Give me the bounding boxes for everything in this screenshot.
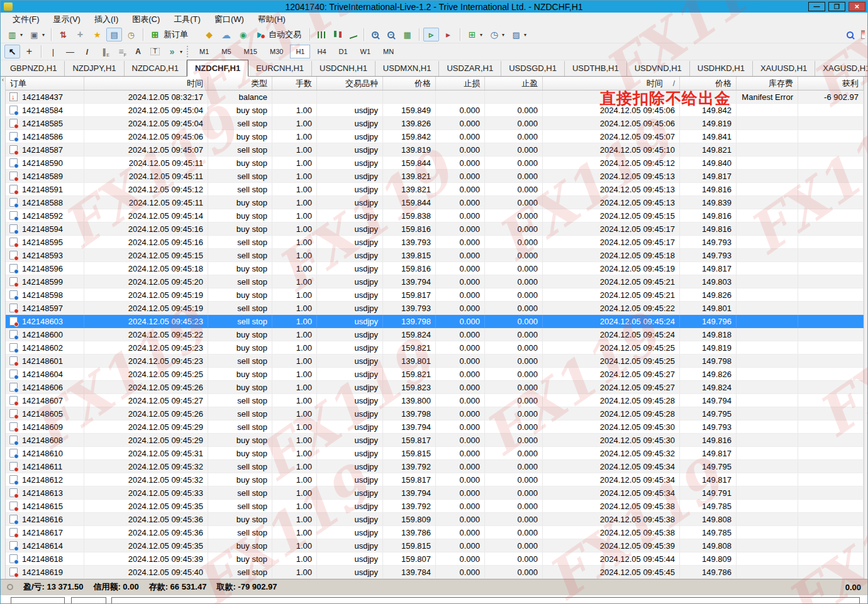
table-row[interactable]: 1421485932024.12.05 09:45:15sell stop1.0… xyxy=(6,249,864,262)
autotrading-button[interactable]: 自动交易 xyxy=(252,28,306,41)
vline-button[interactable] xyxy=(45,45,61,58)
timeframe-h4[interactable]: H4 xyxy=(311,45,331,58)
table-row[interactable]: 1421486082024.12.05 09:45:29buy stop1.00… xyxy=(6,434,864,447)
table-row[interactable]: 1421486022024.12.05 09:45:23buy stop1.00… xyxy=(6,341,864,354)
table-row[interactable]: 1421486052024.12.05 09:45:26sell stop1.0… xyxy=(6,407,864,420)
column-header-10[interactable]: 库存费 xyxy=(737,77,798,90)
table-row[interactable]: 1421485922024.12.05 09:45:14buy stop1.00… xyxy=(6,209,864,222)
templates-button[interactable]: ▾ xyxy=(508,28,529,41)
menu-item-3[interactable]: 图表(C) xyxy=(125,13,167,26)
tab-usdsgd-h1[interactable]: USDSGD,H1 xyxy=(501,61,565,76)
menu-item-6[interactable]: 帮助(H) xyxy=(251,13,292,26)
chart-shift-button[interactable] xyxy=(423,28,439,41)
column-header-2[interactable]: 类型 xyxy=(208,77,272,90)
tab-nzdcad-h1[interactable]: NZDCAD,H1 xyxy=(125,61,187,76)
column-header-0[interactable]: 订单 xyxy=(6,77,84,90)
tab-usdmxn-h1[interactable]: USDMXN,H1 xyxy=(376,61,440,76)
table-row[interactable]: 1421486192024.12.05 09:45:40sell stop1.0… xyxy=(6,566,864,579)
label-button[interactable] xyxy=(147,45,163,58)
table-row[interactable]: 1421486012024.12.05 09:45:23sell stop1.0… xyxy=(6,354,864,368)
table-row[interactable]: 1421486102024.12.05 09:45:31buy stop1.00… xyxy=(6,447,864,460)
profiles-button[interactable]: ▾ xyxy=(26,28,47,41)
bottom-tab-stub[interactable] xyxy=(11,597,65,603)
tab-nzdjpy-h1[interactable]: NZDJPY,H1 xyxy=(65,61,124,76)
indicators-button[interactable]: ▾ xyxy=(464,28,485,41)
tab-usdvnd-h1[interactable]: USDVND,H1 xyxy=(627,61,690,76)
bottom-tab-stub[interactable] xyxy=(71,597,106,603)
tab-nzdchf-h1[interactable]: NZDCHF,H1 xyxy=(187,60,248,77)
community-button[interactable] xyxy=(218,28,234,41)
maximize-button[interactable]: ❐ xyxy=(828,2,845,11)
tab-xagusd-h1[interactable]: XAGUSD,H1 xyxy=(815,61,868,76)
new-order-button[interactable]: 新订单 xyxy=(147,28,192,41)
column-header-1[interactable]: 时间 xyxy=(84,77,208,90)
zoom-in-button[interactable] xyxy=(368,28,382,41)
table-row[interactable]: 1421485872024.12.05 09:45:07sell stop1.0… xyxy=(6,143,864,156)
timeframe-m15[interactable]: M15 xyxy=(238,45,263,58)
candles-button[interactable] xyxy=(330,28,346,41)
toolbar-grip[interactable] xyxy=(187,46,189,57)
tab-gbpnzd-h1[interactable]: GBPNZD,H1 xyxy=(3,61,65,76)
menu-item-2[interactable]: 插入(I) xyxy=(87,13,125,26)
table-row[interactable]: 1421486162024.12.05 09:45:36buy stop1.00… xyxy=(6,513,864,526)
tab-eurcnh-h1[interactable]: EURCNH,H1 xyxy=(248,61,312,76)
channel-button[interactable] xyxy=(96,45,112,58)
bottom-tab-stub[interactable] xyxy=(111,597,860,603)
table-row[interactable]: 1421486112024.12.05 09:45:32sell stop1.0… xyxy=(6,460,864,473)
table-row[interactable]: 1421486032024.12.05 09:45:23sell stop1.0… xyxy=(6,315,864,328)
hline-button[interactable] xyxy=(62,45,78,58)
table-row[interactable]: 1421485942024.12.05 09:45:16buy stop1.00… xyxy=(6,222,864,236)
table-row[interactable]: 1421486152024.12.05 09:45:35sell stop1.0… xyxy=(6,500,864,513)
table-row[interactable]: 1421486122024.12.05 09:45:32buy stop1.00… xyxy=(6,473,864,486)
data-window-button[interactable] xyxy=(72,28,88,41)
table-row[interactable]: 1421486092024.12.05 09:45:29sell stop1.0… xyxy=(6,420,864,434)
table-row[interactable]: 1421486182024.12.05 09:45:39buy stop1.00… xyxy=(6,552,864,566)
terminal-button[interactable] xyxy=(106,28,122,41)
panel-collapse-arrow[interactable]: ‹ xyxy=(1,77,6,579)
periods-button[interactable]: ▾ xyxy=(486,28,507,41)
column-header-11[interactable]: 获利 xyxy=(798,77,864,90)
table-row[interactable]: 1421485912024.12.05 09:45:12sell stop1.0… xyxy=(6,183,864,196)
timeframe-mn[interactable]: MN xyxy=(377,45,399,58)
column-header-3[interactable]: 手数 xyxy=(272,77,317,90)
bars-button[interactable] xyxy=(314,28,329,41)
table-row[interactable]: 1421485842024.12.05 09:45:04buy stop1.00… xyxy=(6,104,864,117)
timeframe-m1[interactable]: M1 xyxy=(194,45,214,58)
table-row[interactable]: 1421486142024.12.05 09:45:35buy stop1.00… xyxy=(6,539,864,552)
table-row[interactable]: 1421485952024.12.05 09:45:16sell stop1.0… xyxy=(6,236,864,249)
tab-usdcnh-h1[interactable]: USDCNH,H1 xyxy=(312,61,376,76)
timeframe-m30[interactable]: M30 xyxy=(264,45,289,58)
timeframe-d1[interactable]: D1 xyxy=(333,45,353,58)
search-icon[interactable] xyxy=(847,31,854,38)
new-chart-button[interactable]: ▾ xyxy=(4,28,25,41)
table-row[interactable]: 1421484372024.12.05 08:32:17balanceManif… xyxy=(6,91,864,104)
table-row[interactable]: 1421485852024.12.05 09:45:04sell stop1.0… xyxy=(6,117,864,130)
table-row[interactable]: 1421485982024.12.05 09:45:19buy stop1.00… xyxy=(6,288,864,302)
cursor-button[interactable] xyxy=(4,45,20,58)
menu-item-1[interactable]: 显示(V) xyxy=(47,13,87,26)
shapes-button[interactable]: ▾ xyxy=(164,45,185,58)
table-row[interactable]: 1421485902024.12.05 09:45:11buy stop1.00… xyxy=(6,156,864,170)
column-header-4[interactable]: 交易品种 xyxy=(317,77,383,90)
table-row[interactable]: 1421485962024.12.05 09:45:18buy stop1.00… xyxy=(6,262,864,275)
menu-item-5[interactable]: 窗口(W) xyxy=(208,13,251,26)
table-row[interactable]: 1421485882024.12.05 09:45:11buy stop1.00… xyxy=(6,196,864,209)
clipped-toolbar-icon[interactable] xyxy=(861,30,865,39)
table-row[interactable]: 1421486072024.12.05 09:45:27sell stop1.0… xyxy=(6,394,864,407)
autoscroll-button[interactable] xyxy=(440,28,456,41)
trendline-button[interactable] xyxy=(79,45,95,58)
navigator-button[interactable] xyxy=(89,28,105,41)
column-header-7[interactable]: 止盈 xyxy=(485,77,543,90)
minimize-button[interactable]: — xyxy=(808,2,825,11)
crosshair-button[interactable] xyxy=(21,45,37,58)
signals-button[interactable] xyxy=(235,28,251,41)
tab-usdthb-h1[interactable]: USDTHB,H1 xyxy=(565,61,627,76)
text-button[interactable] xyxy=(130,45,146,58)
table-row[interactable]: 1421486132024.12.05 09:45:33sell stop1.0… xyxy=(6,486,864,500)
timeframe-m5[interactable]: M5 xyxy=(216,45,236,58)
menu-item-4[interactable]: 工具(T) xyxy=(167,13,208,26)
table-row[interactable]: 1421485892024.12.05 09:45:11sell stop1.0… xyxy=(6,170,864,183)
table-row[interactable]: 1421486172024.12.05 09:45:36sell stop1.0… xyxy=(6,526,864,539)
tester-button[interactable] xyxy=(123,28,139,41)
line-chart-button[interactable] xyxy=(347,28,360,41)
